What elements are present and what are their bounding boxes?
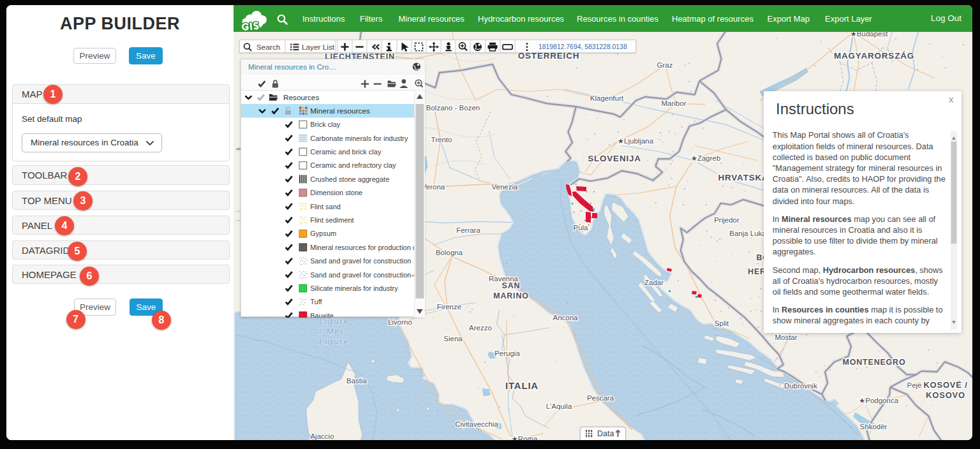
svg-text:★Budapest: ★Budapest — [850, 32, 889, 38]
svg-text:1819812.7694, 5831228.0138: 1819812.7694, 5831228.0138 — [538, 43, 627, 50]
svg-text:Layer List: Layer List — [302, 42, 335, 51]
svg-text:Flint sand: Flint sand — [310, 203, 341, 210]
svg-text:Sand and gravel for constructi: Sand and gravel for construction — [310, 257, 411, 265]
svg-text:HRVATSKA: HRVATSKA — [718, 173, 768, 182]
svg-text:Civitavecchia: Civitavecchia — [455, 420, 498, 428]
svg-text:Ravenna: Ravenna — [489, 275, 519, 283]
svg-text:Ancona: Ancona — [553, 314, 578, 321]
svg-text:Graz: Graz — [657, 61, 673, 69]
svg-text:Flint sediment: Flint sediment — [310, 216, 353, 224]
svg-text:SAN: SAN — [502, 281, 521, 290]
svg-text:Resources: Resources — [283, 93, 319, 101]
svg-text:★Podgorica: ★Podgorica — [859, 397, 899, 404]
svg-text:Bolzano - Bozen: Bolzano - Bozen — [426, 104, 480, 112]
svg-text:Dubrovnik: Dubrovnik — [784, 382, 817, 390]
svg-text:Bauxite: Bauxite — [310, 312, 334, 318]
svg-text:Shkodër: Shkodër — [860, 423, 887, 431]
svg-text:KOSOVË /: KOSOVË / — [923, 380, 967, 390]
svg-text:MONTENEGRO: MONTENEGRO — [843, 358, 906, 367]
svg-text:Siena: Siena — [443, 335, 463, 342]
svg-text:★Zagreb: ★Zagreb — [691, 154, 721, 162]
svg-text:Zadar: Zadar — [644, 279, 664, 286]
svg-text:Split: Split — [715, 320, 729, 327]
svg-text:Klagenfurt: Klagenfurt — [590, 94, 624, 102]
svg-text:Ligure: Ligure — [319, 337, 350, 346]
svg-text:Brick clay: Brick clay — [310, 121, 341, 128]
svg-text:Ajaccio: Ajaccio — [310, 432, 334, 440]
svg-text:Data: Data — [597, 429, 614, 438]
svg-text:Mineral resources for producti: Mineral resources for production c — [310, 244, 417, 251]
svg-text:Gypsum: Gypsum — [310, 230, 336, 237]
svg-text:Mostar: Mostar — [775, 334, 797, 341]
svg-text:Tuff: Tuff — [310, 298, 322, 305]
svg-text:Perugia: Perugia — [494, 350, 520, 357]
svg-text:Bologna: Bologna — [436, 249, 463, 256]
svg-text:Mineral resources in Cro…: Mineral resources in Cro… — [248, 63, 336, 71]
svg-text:Mineral resources: Mineral resources — [310, 107, 370, 115]
svg-text:Silicate minerals for industry: Silicate minerals for industry — [310, 284, 398, 292]
svg-text:ITALIA: ITALIA — [505, 380, 538, 391]
svg-text:Pula: Pula — [573, 224, 588, 232]
svg-text:Ceramic and brick clay: Ceramic and brick clay — [310, 148, 382, 156]
svg-text:Pejë: Pejë — [907, 381, 921, 389]
svg-text:L'Aquila: L'Aquila — [546, 402, 572, 410]
svg-text:Ferrara: Ferrara — [456, 226, 480, 234]
svg-text:Dimension stone: Dimension stone — [310, 189, 362, 196]
svg-text:MARINO: MARINO — [493, 291, 529, 300]
svg-text:Ceramic and refractory clay: Ceramic and refractory clay — [310, 161, 396, 169]
svg-text:Bastia: Bastia — [346, 377, 368, 385]
svg-text:Carbonate minerals for industr: Carbonate minerals for industry — [310, 135, 408, 142]
svg-text:Verona: Verona — [422, 183, 445, 191]
svg-text:SLOVENIJA: SLOVENIJA — [588, 154, 641, 163]
svg-text:Crushed stone aggregate: Crushed stone aggregate — [310, 175, 389, 183]
svg-text:Venezia: Venezia — [492, 183, 519, 191]
svg-text:Prijedor: Prijedor — [714, 216, 739, 224]
svg-text:MAGYARORSZÁG: MAGYARORSZÁG — [834, 51, 914, 61]
svg-text:Trento: Trento — [431, 136, 452, 144]
svg-text:Sand and gravel for constructi: Sand and gravel for construction-e — [310, 271, 417, 279]
svg-text:Pescara: Pescara — [587, 394, 614, 402]
svg-text:KOSOVO: KOSOVO — [926, 390, 965, 400]
svg-text:Banja Luka: Banja Luka — [729, 230, 766, 237]
svg-text:★Ljubljana: ★Ljubljana — [618, 137, 654, 145]
svg-text:/ Mer: / Mer — [318, 327, 345, 336]
svg-text:Livorno: Livorno — [388, 318, 412, 326]
svg-text:Ligure: Ligure — [319, 316, 350, 326]
svg-text:★Roma: ★Roma — [512, 435, 538, 440]
svg-text:Firenze: Firenze — [437, 303, 461, 311]
svg-text:Arezzo: Arezzo — [469, 324, 492, 332]
svg-text:Search: Search — [256, 42, 280, 51]
svg-text:Maribor: Maribor — [662, 99, 687, 107]
